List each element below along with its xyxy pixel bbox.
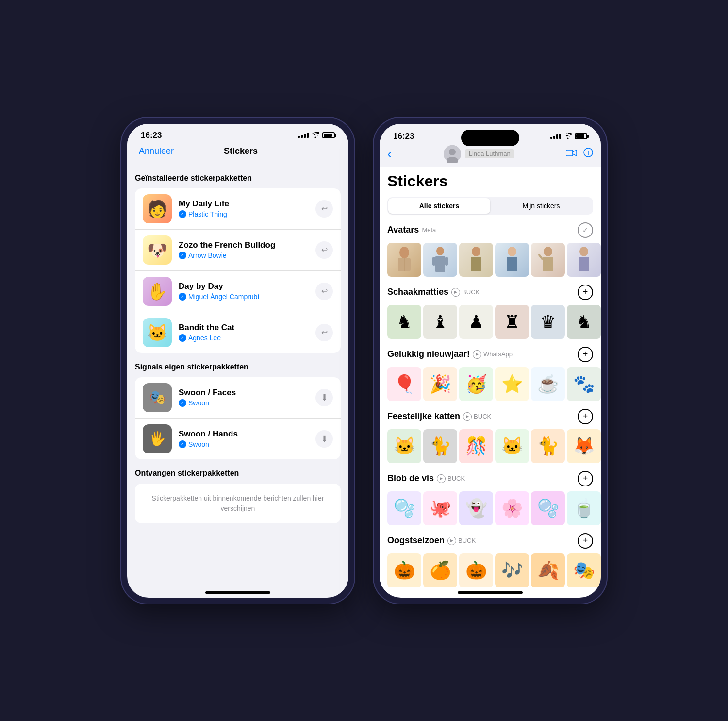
add-button-blob[interactable]: + [578,471,593,486]
sticker-thumb[interactable]: ♞ [567,305,601,339]
sticker-thumb[interactable]: 🦊 [567,429,601,463]
section-blob: Blob de vis ▶ BUCK + 🫧 🐙 👻 🌸 🫧 🍵 [387,471,593,525]
sticker-thumb[interactable]: 🍊 [423,553,457,587]
section-header-oogst: Oogstseizoen ▶ BUCK + [387,533,593,549]
pack-action-swoon-faces[interactable]: ⬇ [315,389,333,406]
section-title-gelukkig: Gelukkig nieuwjaar! [387,349,470,359]
received-empty-state: Stickerpakketten uit binnenkomende beric… [135,484,341,523]
pack-name-zozo: Zozo the French Bulldog [179,240,309,250]
svg-point-1 [449,149,456,155]
pack-item-swoon-faces: 🎭 Swoon / Faces ✓ Swoon ⬇ [135,377,341,419]
sticker-thumb[interactable]: 🐱 [495,429,529,463]
sticker-thumb[interactable]: ☕ [531,367,565,401]
pack-icon-swoon-hands: 🖐 [143,424,172,453]
pack-action-zozo[interactable]: ↩ [315,241,333,259]
sticker-thumb[interactable] [387,243,421,277]
pack-icon-swoon-faces: 🎭 [143,383,172,412]
play-icon: ▶ [451,288,460,297]
sticker-thumb[interactable]: 👻 [459,491,493,525]
installed-header: Geïnstalleerde stickerpakketten [135,174,341,183]
add-button-feestelijke[interactable]: + [578,409,593,424]
sticker-thumb[interactable]: 🎊 [459,429,493,463]
sticker-thumb[interactable]: ♝ [423,305,457,339]
pack-action-swoon-hands[interactable]: ⬇ [315,430,333,448]
pack-info-zozo: Zozo the French Bulldog ✓ Arrow Bowie [179,240,309,259]
check-icon: ✓ [179,210,186,218]
pack-author-zozo: ✓ Arrow Bowie [179,252,309,259]
svg-text:i: i [587,150,589,156]
svg-rect-14 [471,257,481,271]
section-title-feestelijke: Feestelijke katten [387,411,460,421]
tab-alle-stickers[interactable]: Alle stickers [388,198,490,214]
contact-name-blurred: Linda Luthman [465,149,514,158]
sticker-thumb[interactable]: 🐙 [423,491,457,525]
pack-info-swoon-hands: Swoon / Hands ✓ Swoon [179,429,309,448]
pack-action-day-by-day[interactable]: ↩ [315,283,333,300]
sticker-thumb[interactable]: 🎈 [387,367,421,401]
sticker-thumb[interactable]: 🥳 [459,367,493,401]
source-schaakmatties: ▶ BUCK [451,288,480,297]
add-button-schaakmatties[interactable]: + [578,285,593,300]
sticker-thumb[interactable]: 🫧 [531,491,565,525]
left-nav: Annuleer Stickers [127,142,348,162]
sticker-thumb[interactable]: 🐾 [567,367,601,401]
sticker-thumb[interactable]: 🎃 [459,553,493,587]
add-button-oogst[interactable]: + [578,533,593,549]
contact-avatar [444,145,461,163]
sticker-thumb[interactable]: 🍵 [567,491,601,525]
sticker-thumb[interactable]: ♟ [459,305,493,339]
source-oogst: ▶ BUCK [447,537,476,545]
sticker-thumb[interactable]: 🐈 [531,429,565,463]
sticker-thumb[interactable] [531,243,565,277]
pack-icon-my-daily-life: 🧑 [143,194,172,223]
add-button-gelukkig[interactable]: + [578,347,593,362]
sticker-thumb[interactable]: 🎶 [495,553,529,587]
section-header-gelukkig: Gelukkig nieuwjaar! ▶ WhatsApp + [387,347,593,362]
pack-action-bandit[interactable]: ↩ [315,324,333,341]
sticker-thumb[interactable]: 🎃 [387,553,421,587]
back-button[interactable]: ‹ [387,146,392,162]
svg-point-15 [508,247,516,256]
source-blob: ▶ BUCK [437,474,465,483]
nav-action-icons: i [566,148,593,160]
pack-author-swoon-hands: ✓ Swoon [179,440,309,448]
check-circle-avatars[interactable]: ✓ [578,222,593,238]
right-status-icons [550,133,587,140]
section-oogst: Oogstseizoen ▶ BUCK + 🎃 🍊 🎃 🎶 🍂 🎭 [387,533,593,587]
sticker-thumb[interactable]: 🌸 [495,491,529,525]
sticker-thumb[interactable] [495,243,529,277]
sticker-thumb[interactable]: ♜ [495,305,529,339]
battery-icon [575,133,587,139]
sticker-row-oogst: 🎃 🍊 🎃 🎶 🍂 🎭 [387,553,593,587]
pack-info-my-daily-life: My Daily Life ✓ Plastic Thing [179,199,309,218]
sticker-thumb[interactable]: 🐱 [387,429,421,463]
left-content: Geïnstalleerde stickerpakketten 🧑 My Dai… [127,162,348,587]
pack-icon-day-by-day: ✋ [143,277,172,306]
pack-icon-bandit: 🐱 [143,318,172,347]
sticker-thumb[interactable] [423,243,457,277]
sticker-thumb[interactable]: ♛ [531,305,565,339]
sticker-thumb[interactable] [459,243,493,277]
tab-mijn-stickers[interactable]: Mijn stickers [490,198,592,214]
home-indicator [205,591,270,594]
sticker-thumb[interactable]: 🍂 [531,553,565,587]
sticker-thumb[interactable]: 🐈 [423,429,457,463]
sticker-thumb[interactable]: 🫧 [387,491,421,525]
pack-action-my-daily-life[interactable]: ↩ [315,200,333,218]
cancel-button[interactable]: Annuleer [139,146,174,156]
check-icon: ✓ [179,334,186,342]
wifi-icon [312,132,319,139]
sticker-thumb[interactable] [567,243,601,277]
sticker-thumb[interactable]: ⭐ [495,367,529,401]
sticker-thumb[interactable]: ♞ [387,305,421,339]
info-icon[interactable]: i [583,148,593,160]
sticker-thumb[interactable]: 🎭 [567,553,601,587]
video-icon[interactable] [566,148,577,159]
check-icon: ✓ [179,440,186,448]
signal-icon [550,134,561,139]
svg-point-17 [544,247,552,256]
svg-point-13 [472,247,480,256]
sticker-thumb[interactable]: 🎉 [423,367,457,401]
left-phone: 16:23 [121,118,354,604]
check-icon: ✓ [179,293,186,301]
